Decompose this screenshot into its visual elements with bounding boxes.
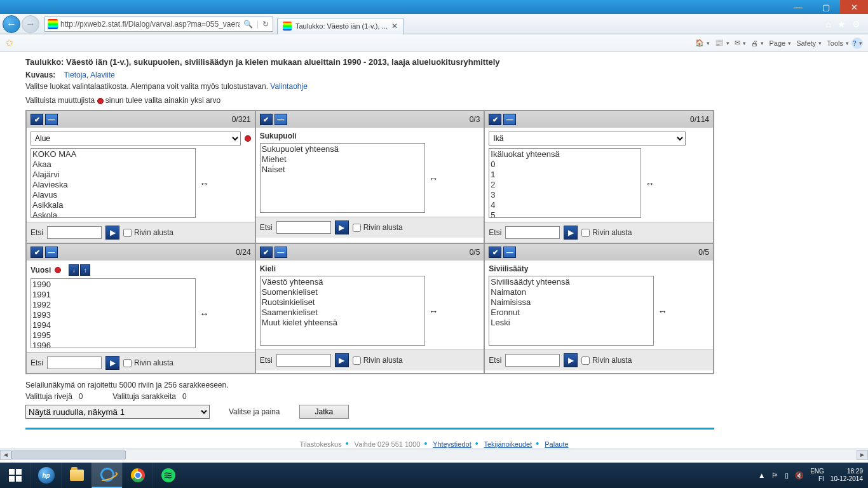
window-titlebar: — ▢ ✕ — [0, 0, 868, 14]
address-bar[interactable]: 🔍 | ↻ — [44, 17, 273, 32]
minimize-button[interactable]: — — [784, 0, 812, 14]
print-dropdown[interactable]: 🖨 — [749, 39, 766, 47]
close-button[interactable]: ✕ — [840, 0, 868, 14]
tab-close-icon[interactable]: ✕ — [391, 22, 398, 30]
refresh-icon[interactable]: ↻ — [262, 20, 269, 29]
search-icon[interactable]: 🔍 — [243, 20, 253, 29]
browser-navbar: ← → 🔍 | ↻ Taulukko: Väestö iän (1-v.), .… — [0, 14, 868, 34]
gear-caption-icon[interactable]: ⚙ — [852, 19, 860, 29]
back-button[interactable]: ← — [3, 15, 20, 33]
safety-menu[interactable]: Safety — [794, 39, 824, 47]
star-caption-icon[interactable]: ★ — [837, 19, 846, 29]
command-bar: ✩ 🏠 📰 ✉ 🖨 Page Safety Tools ? — [0, 34, 868, 52]
home-caption-icon[interactable]: ⌂ — [826, 19, 831, 29]
mail-dropdown[interactable]: ✉ — [732, 39, 749, 47]
home-dropdown[interactable]: 🏠 — [693, 39, 712, 47]
tab-favicon — [283, 22, 292, 30]
feeds-dropdown[interactable]: 📰 — [712, 39, 732, 47]
page-menu[interactable]: Page — [766, 39, 794, 47]
favorites-star-icon[interactable]: ✩ — [5, 37, 13, 49]
browser-tab[interactable]: Taulukko: Väestö iän (1-v.), ... ✕ — [277, 18, 403, 34]
tools-menu[interactable]: Tools — [824, 39, 851, 47]
tab-strip: Taulukko: Väestö iän (1-v.), ... ✕ — [277, 14, 403, 34]
url-input[interactable] — [60, 17, 240, 31]
forward-button[interactable]: → — [22, 15, 39, 33]
help-menu[interactable]: ? — [851, 37, 863, 49]
maximize-button[interactable]: ▢ — [812, 0, 840, 14]
site-favicon — [48, 19, 58, 29]
window-caption-icons: ⌂ ★ ⚙ — [826, 19, 865, 29]
tab-title: Taulukko: Väestö iän (1-v.), ... — [295, 22, 388, 30]
